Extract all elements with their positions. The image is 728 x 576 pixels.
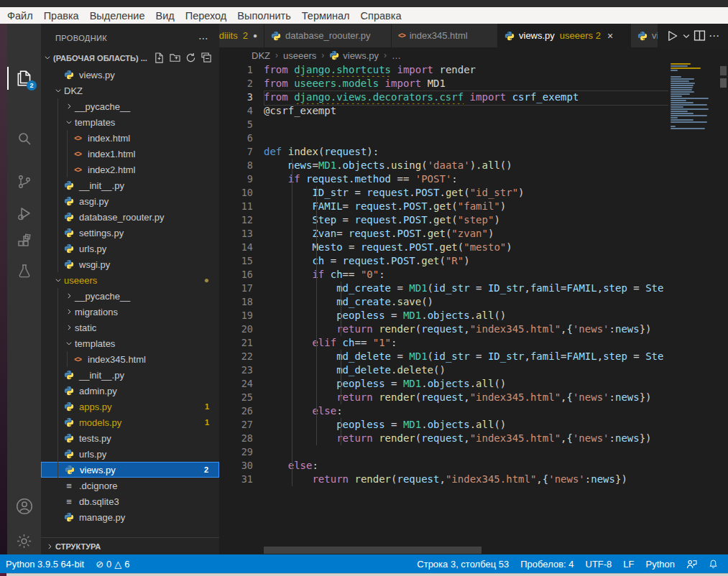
- breadcrumb-item-DKZ[interactable]: DKZ: [252, 50, 270, 61]
- tree-item-wsgi.py[interactable]: wsgi.py: [41, 256, 219, 272]
- modified-dot[interactable]: ●: [253, 32, 257, 40]
- source-control-icon[interactable]: [7, 167, 41, 196]
- tree-item-urls.py[interactable]: urls.py: [41, 241, 219, 256]
- menu-item-выполнить[interactable]: Выполнить: [237, 10, 290, 22]
- menu-item-терминал[interactable]: Терминал: [302, 10, 350, 22]
- eol-status[interactable]: LF: [617, 554, 640, 573]
- breadcrumb-item-…[interactable]: …: [392, 50, 401, 61]
- tree-item-index2.html[interactable]: <>index2.html: [41, 162, 219, 177]
- tree-item-label: __init__.py: [79, 370, 124, 381]
- workspace-section-header[interactable]: (РАБОЧАЯ ОБЛАСТЬ) ...: [41, 50, 219, 66]
- py-file-icon: [63, 227, 75, 238]
- problems-count-badge: 1: [205, 418, 209, 427]
- tree-item-asgi.py[interactable]: asgi.py: [41, 193, 219, 209]
- code-line-15: 15 ch = request.POST.get("R"): [219, 254, 668, 268]
- more-actions-icon[interactable]: ⋯: [198, 32, 209, 44]
- extensions-icon[interactable]: [7, 228, 41, 256]
- tree-item-__init__.py[interactable]: __init__.py: [41, 367, 219, 383]
- html-file-icon: <>: [72, 353, 83, 365]
- code-line-31: 31 return render(request,"index345.html"…: [219, 473, 668, 486]
- tree-item-settings.py[interactable]: settings.py: [41, 225, 219, 241]
- breadcrumb-item-views.py[interactable]: views.py: [329, 50, 379, 61]
- ruler-marker: [720, 78, 727, 88]
- tree-item-admin.py[interactable]: admin.py: [41, 383, 219, 399]
- language-mode-status[interactable]: Python: [640, 554, 681, 573]
- python-interpreter-status[interactable]: Python 3.9.5 64-bit: [0, 554, 90, 573]
- close-icon[interactable]: ×: [607, 30, 613, 42]
- menu-item-файл[interactable]: Файл: [7, 10, 33, 22]
- tree-item-models.py[interactable]: models.py1: [41, 414, 219, 430]
- split-editor-icon[interactable]: [694, 27, 706, 45]
- tree-item-useeers[interactable]: useeers●: [41, 272, 219, 288]
- chevron-down-icon: [52, 87, 64, 94]
- menu-item-выделение[interactable]: Выделение: [90, 10, 145, 22]
- code-line-6: 6: [219, 131, 668, 145]
- tab-diiits[interactable]: diiits2●: [219, 24, 264, 47]
- code-editor[interactable]: 1from django.shortcuts import render2fro…: [219, 63, 668, 547]
- minimap-line: [671, 128, 705, 129]
- tab-index345.html[interactable]: <>index345.html: [392, 24, 498, 47]
- line-number: 25: [219, 391, 264, 404]
- tree-item-database_roouter.py[interactable]: database_roouter.py: [41, 209, 219, 225]
- new-folder-icon[interactable]: [170, 52, 180, 63]
- tree-item-.dcignore[interactable]: ≡.dcignore: [41, 478, 219, 493]
- tree-item-apps.py[interactable]: apps.py1: [41, 399, 219, 414]
- line-number: 9: [219, 172, 264, 186]
- tree-item-index1.html[interactable]: <>index1.html: [41, 146, 219, 162]
- menu-item-справка[interactable]: Справка: [361, 10, 402, 22]
- tree-item-index.html[interactable]: <>index.html: [41, 130, 219, 146]
- menu-item-вид[interactable]: Вид: [155, 10, 174, 22]
- outline-section-header[interactable]: СТРУКТУРА: [41, 537, 219, 555]
- menu-item-правка[interactable]: Правка: [44, 10, 79, 22]
- tree-item-manage.py[interactable]: manage.py: [41, 509, 219, 525]
- line-number: 11: [219, 200, 264, 213]
- tree-item-DKZ[interactable]: DKZ: [41, 83, 219, 98]
- tree-item-tests.py[interactable]: tests.py: [41, 430, 219, 446]
- notifications-bell-icon[interactable]: [703, 554, 724, 573]
- tree-item-static[interactable]: static: [41, 320, 219, 335]
- tab-database_roouter.py[interactable]: database_roouter.py: [264, 24, 392, 47]
- tree-item-migrations[interactable]: migrations: [41, 304, 219, 320]
- run-icon[interactable]: [665, 27, 679, 45]
- py-file-icon: [63, 369, 75, 381]
- chevron-down-icon[interactable]: [682, 27, 691, 45]
- tree-item-__init__.py[interactable]: __init__.py: [41, 177, 219, 193]
- breadcrumb-item-useeers[interactable]: useeers: [283, 50, 316, 61]
- tree-item-label: settings.py: [79, 228, 124, 238]
- horizontal-scrollbar-thumb[interactable]: [264, 547, 482, 554]
- more-actions-icon[interactable]: ⋯: [709, 27, 721, 45]
- menu-item-переход[interactable]: Переход: [185, 10, 227, 22]
- horizontal-scrollbar[interactable]: [219, 547, 728, 554]
- tab-views.py[interactable]: views.pyuseeers 2×: [498, 24, 631, 47]
- refresh-icon[interactable]: [185, 52, 196, 63]
- encoding-status[interactable]: UTF-8: [580, 554, 618, 573]
- tree-item-label: db.sqlite3: [79, 496, 119, 507]
- settings-gear-icon[interactable]: [7, 526, 41, 555]
- problems-status[interactable]: ⊘0 △6: [90, 554, 135, 573]
- minimap[interactable]: [668, 63, 719, 149]
- line-number: 19: [219, 309, 264, 322]
- tree-item-db.sqlite3[interactable]: ≡db.sqlite3: [41, 493, 219, 509]
- tree-item-index345.html[interactable]: <>index345.html: [41, 351, 219, 367]
- indentation-status[interactable]: Пробелов: 4: [515, 554, 579, 573]
- tree-item-views.py[interactable]: views.py: [41, 67, 219, 83]
- search-icon[interactable]: [7, 124, 41, 153]
- code-line-26: 26 else:: [219, 404, 668, 418]
- tree-item-views.py[interactable]: views.py2: [41, 462, 219, 478]
- testing-icon[interactable]: [7, 256, 41, 285]
- tree-item-urls.py[interactable]: urls.py: [41, 446, 219, 462]
- tree-item-templates[interactable]: templates: [41, 114, 219, 130]
- feedback-icon[interactable]: [681, 554, 703, 573]
- tree-item-__pycache__[interactable]: __pycache__: [41, 98, 219, 114]
- code-line-21: 21 elif ch== "1":: [219, 336, 668, 350]
- collapse-all-icon[interactable]: [201, 52, 212, 63]
- tree-item-templates[interactable]: templates: [41, 335, 219, 351]
- new-file-icon[interactable]: [154, 52, 165, 63]
- explorer-icon[interactable]: 2: [7, 64, 41, 93]
- run-debug-icon[interactable]: [7, 199, 41, 228]
- account-icon[interactable]: [7, 492, 41, 521]
- tree-item-__pycache__[interactable]: __pycache__: [41, 288, 219, 304]
- cursor-position-status[interactable]: Строка 3, столбец 53: [411, 554, 515, 573]
- minimap-line: [671, 91, 694, 93]
- tab-vie[interactable]: vie: [631, 24, 658, 47]
